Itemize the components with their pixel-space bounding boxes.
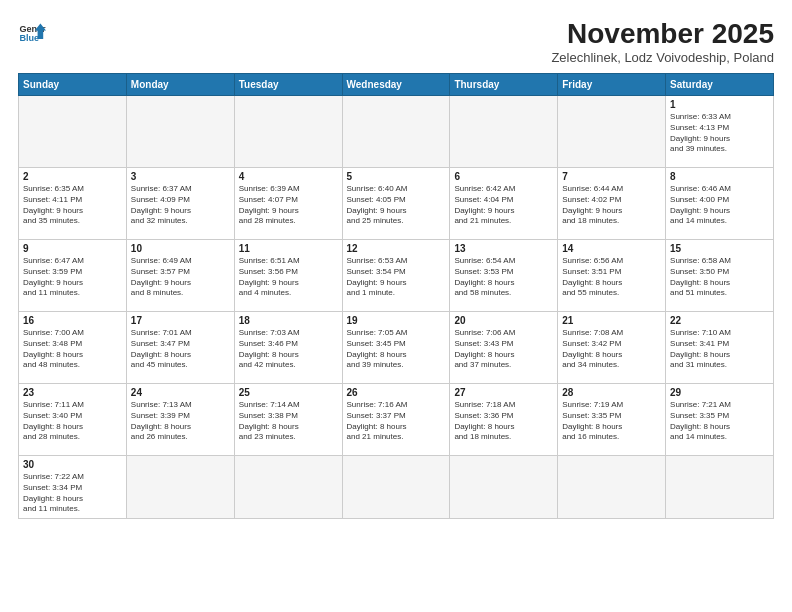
calendar-cell: 27Sunrise: 7:18 AM Sunset: 3:36 PM Dayli… — [450, 384, 558, 456]
calendar-cell: 28Sunrise: 7:19 AM Sunset: 3:35 PM Dayli… — [558, 384, 666, 456]
day-number: 30 — [23, 459, 122, 470]
calendar-cell: 11Sunrise: 6:51 AM Sunset: 3:56 PM Dayli… — [234, 240, 342, 312]
day-number: 1 — [670, 99, 769, 110]
day-info: Sunrise: 7:13 AM Sunset: 3:39 PM Dayligh… — [131, 400, 230, 443]
calendar-cell: 10Sunrise: 6:49 AM Sunset: 3:57 PM Dayli… — [126, 240, 234, 312]
day-info: Sunrise: 6:35 AM Sunset: 4:11 PM Dayligh… — [23, 184, 122, 227]
day-number: 21 — [562, 315, 661, 326]
day-number: 9 — [23, 243, 122, 254]
page: General Blue November 2025 Zelechlinek, … — [0, 0, 792, 612]
calendar-cell: 29Sunrise: 7:21 AM Sunset: 3:35 PM Dayli… — [666, 384, 774, 456]
calendar-cell — [450, 456, 558, 519]
calendar-cell — [126, 96, 234, 168]
day-number: 25 — [239, 387, 338, 398]
title-block: November 2025 Zelechlinek, Lodz Voivodes… — [551, 18, 774, 65]
day-info: Sunrise: 6:39 AM Sunset: 4:07 PM Dayligh… — [239, 184, 338, 227]
weekday-thursday: Thursday — [450, 74, 558, 96]
day-info: Sunrise: 6:42 AM Sunset: 4:04 PM Dayligh… — [454, 184, 553, 227]
day-number: 7 — [562, 171, 661, 182]
day-number: 17 — [131, 315, 230, 326]
calendar-cell: 22Sunrise: 7:10 AM Sunset: 3:41 PM Dayli… — [666, 312, 774, 384]
calendar-cell — [126, 456, 234, 519]
day-info: Sunrise: 6:51 AM Sunset: 3:56 PM Dayligh… — [239, 256, 338, 299]
day-info: Sunrise: 7:22 AM Sunset: 3:34 PM Dayligh… — [23, 472, 122, 515]
calendar-cell: 4Sunrise: 6:39 AM Sunset: 4:07 PM Daylig… — [234, 168, 342, 240]
day-number: 10 — [131, 243, 230, 254]
calendar-cell: 18Sunrise: 7:03 AM Sunset: 3:46 PM Dayli… — [234, 312, 342, 384]
calendar-cell — [234, 96, 342, 168]
day-info: Sunrise: 7:21 AM Sunset: 3:35 PM Dayligh… — [670, 400, 769, 443]
calendar-cell: 23Sunrise: 7:11 AM Sunset: 3:40 PM Dayli… — [19, 384, 127, 456]
day-number: 29 — [670, 387, 769, 398]
calendar-cell: 16Sunrise: 7:00 AM Sunset: 3:48 PM Dayli… — [19, 312, 127, 384]
calendar: SundayMondayTuesdayWednesdayThursdayFrid… — [18, 73, 774, 519]
calendar-cell: 6Sunrise: 6:42 AM Sunset: 4:04 PM Daylig… — [450, 168, 558, 240]
day-number: 24 — [131, 387, 230, 398]
day-info: Sunrise: 6:46 AM Sunset: 4:00 PM Dayligh… — [670, 184, 769, 227]
day-number: 4 — [239, 171, 338, 182]
day-number: 5 — [347, 171, 446, 182]
day-number: 3 — [131, 171, 230, 182]
day-number: 27 — [454, 387, 553, 398]
day-info: Sunrise: 7:19 AM Sunset: 3:35 PM Dayligh… — [562, 400, 661, 443]
subtitle: Zelechlinek, Lodz Voivodeship, Poland — [551, 50, 774, 65]
day-info: Sunrise: 7:03 AM Sunset: 3:46 PM Dayligh… — [239, 328, 338, 371]
calendar-cell: 30Sunrise: 7:22 AM Sunset: 3:34 PM Dayli… — [19, 456, 127, 519]
calendar-cell: 7Sunrise: 6:44 AM Sunset: 4:02 PM Daylig… — [558, 168, 666, 240]
calendar-cell — [342, 96, 450, 168]
day-info: Sunrise: 6:54 AM Sunset: 3:53 PM Dayligh… — [454, 256, 553, 299]
month-title: November 2025 — [551, 18, 774, 50]
day-number: 12 — [347, 243, 446, 254]
weekday-sunday: Sunday — [19, 74, 127, 96]
day-info: Sunrise: 7:06 AM Sunset: 3:43 PM Dayligh… — [454, 328, 553, 371]
day-number: 2 — [23, 171, 122, 182]
calendar-cell — [450, 96, 558, 168]
day-info: Sunrise: 7:11 AM Sunset: 3:40 PM Dayligh… — [23, 400, 122, 443]
day-info: Sunrise: 7:10 AM Sunset: 3:41 PM Dayligh… — [670, 328, 769, 371]
weekday-saturday: Saturday — [666, 74, 774, 96]
day-info: Sunrise: 7:18 AM Sunset: 3:36 PM Dayligh… — [454, 400, 553, 443]
header: General Blue November 2025 Zelechlinek, … — [18, 18, 774, 65]
day-info: Sunrise: 6:58 AM Sunset: 3:50 PM Dayligh… — [670, 256, 769, 299]
calendar-cell: 2Sunrise: 6:35 AM Sunset: 4:11 PM Daylig… — [19, 168, 127, 240]
calendar-cell: 21Sunrise: 7:08 AM Sunset: 3:42 PM Dayli… — [558, 312, 666, 384]
calendar-cell — [558, 96, 666, 168]
day-number: 15 — [670, 243, 769, 254]
day-number: 6 — [454, 171, 553, 182]
weekday-friday: Friday — [558, 74, 666, 96]
day-number: 23 — [23, 387, 122, 398]
weekday-header: SundayMondayTuesdayWednesdayThursdayFrid… — [19, 74, 774, 96]
logo-icon: General Blue — [18, 18, 46, 46]
day-info: Sunrise: 6:49 AM Sunset: 3:57 PM Dayligh… — [131, 256, 230, 299]
calendar-cell: 15Sunrise: 6:58 AM Sunset: 3:50 PM Dayli… — [666, 240, 774, 312]
day-number: 22 — [670, 315, 769, 326]
day-number: 19 — [347, 315, 446, 326]
week-row: 2Sunrise: 6:35 AM Sunset: 4:11 PM Daylig… — [19, 168, 774, 240]
week-row: 30Sunrise: 7:22 AM Sunset: 3:34 PM Dayli… — [19, 456, 774, 519]
calendar-cell: 5Sunrise: 6:40 AM Sunset: 4:05 PM Daylig… — [342, 168, 450, 240]
day-info: Sunrise: 6:37 AM Sunset: 4:09 PM Dayligh… — [131, 184, 230, 227]
calendar-cell: 25Sunrise: 7:14 AM Sunset: 3:38 PM Dayli… — [234, 384, 342, 456]
calendar-body: 1Sunrise: 6:33 AM Sunset: 4:13 PM Daylig… — [19, 96, 774, 519]
day-info: Sunrise: 7:00 AM Sunset: 3:48 PM Dayligh… — [23, 328, 122, 371]
calendar-cell — [666, 456, 774, 519]
day-number: 13 — [454, 243, 553, 254]
calendar-cell: 1Sunrise: 6:33 AM Sunset: 4:13 PM Daylig… — [666, 96, 774, 168]
day-info: Sunrise: 6:56 AM Sunset: 3:51 PM Dayligh… — [562, 256, 661, 299]
calendar-cell: 9Sunrise: 6:47 AM Sunset: 3:59 PM Daylig… — [19, 240, 127, 312]
calendar-cell: 26Sunrise: 7:16 AM Sunset: 3:37 PM Dayli… — [342, 384, 450, 456]
day-number: 18 — [239, 315, 338, 326]
calendar-cell: 3Sunrise: 6:37 AM Sunset: 4:09 PM Daylig… — [126, 168, 234, 240]
day-number: 11 — [239, 243, 338, 254]
week-row: 9Sunrise: 6:47 AM Sunset: 3:59 PM Daylig… — [19, 240, 774, 312]
day-info: Sunrise: 6:53 AM Sunset: 3:54 PM Dayligh… — [347, 256, 446, 299]
calendar-cell — [558, 456, 666, 519]
day-number: 14 — [562, 243, 661, 254]
calendar-cell — [342, 456, 450, 519]
day-info: Sunrise: 7:08 AM Sunset: 3:42 PM Dayligh… — [562, 328, 661, 371]
calendar-cell: 12Sunrise: 6:53 AM Sunset: 3:54 PM Dayli… — [342, 240, 450, 312]
day-info: Sunrise: 6:33 AM Sunset: 4:13 PM Dayligh… — [670, 112, 769, 155]
day-info: Sunrise: 6:40 AM Sunset: 4:05 PM Dayligh… — [347, 184, 446, 227]
logo: General Blue — [18, 18, 46, 46]
calendar-cell — [234, 456, 342, 519]
